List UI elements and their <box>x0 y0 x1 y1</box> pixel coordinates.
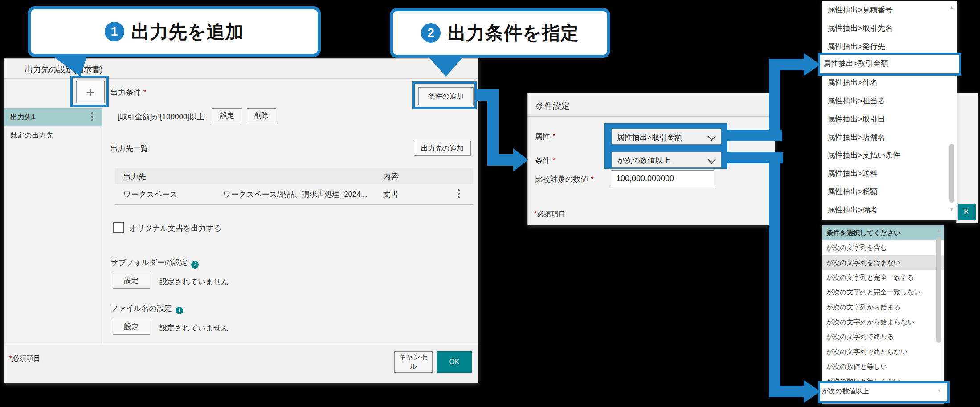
arrow-head-icon <box>513 148 528 171</box>
destination-name: ワークスペース <box>123 189 177 199</box>
sidebar-item-label: 既定の出力先 <box>10 131 53 140</box>
arrow-head-icon <box>804 380 821 403</box>
subfolder-settings-label: サブフォルダーの設定i <box>110 257 199 269</box>
step2-label: 出力条件を指定 <box>448 21 579 45</box>
add-destination-button[interactable]: 出力先の追加 <box>414 141 471 156</box>
condition-summary-text: [取引金額]が[100000]以上 <box>118 112 204 122</box>
attribute-dropdown-value: 属性抽出>取引金額 <box>617 132 682 142</box>
number-field-label: 比較対象の数値* <box>535 174 594 184</box>
arrow-condition-segment <box>769 386 804 397</box>
attribute-options-list: 属性抽出>見積番号属性抽出>取引先名属性抽出>発行先属性抽出>取引金額属性抽出>… <box>822 1 957 220</box>
compare-number-value: 100,000.000000 <box>616 174 674 183</box>
output-dialog-title: 出力先の設定(請求書) <box>25 64 102 75</box>
dropdown-item[interactable]: 属性抽出>税額 <box>822 183 957 201</box>
sidebar-item-default-destination[interactable]: 既定の出力先 <box>4 127 102 144</box>
arrow-attribute-segment <box>769 59 780 141</box>
destination-content: 文書 <box>383 189 398 199</box>
destination-table-row[interactable]: ワークスペース ワークスペース/納品、請求書処理_2024... 文書 <box>115 184 473 205</box>
scroll-down-icon: ▼ <box>937 388 942 393</box>
condition-field-label: 条件* <box>535 155 555 166</box>
condition-dropdown-value: が次の数値以上 <box>617 155 670 166</box>
destination-table-header: 出力先 内容 <box>115 168 473 184</box>
chevron-down-icon <box>707 155 715 163</box>
filename-settings-label: ファイル名の設定i <box>110 303 183 314</box>
dropdown-item[interactable]: 条件を選択してください <box>822 225 944 240</box>
dropdown-item[interactable]: が次の数値と等しい <box>822 359 944 374</box>
callout-step2: 2 出力条件を指定 <box>390 8 610 58</box>
column-content: 内容 <box>383 171 398 182</box>
dropdown-item[interactable]: 属性抽出>見積番号 <box>822 1 957 20</box>
required-note: *必須項目 <box>9 354 41 363</box>
subfolder-set-button[interactable]: 設定 <box>113 273 150 289</box>
ok-button[interactable]: OK <box>437 351 472 373</box>
dropdown-item[interactable]: 属性抽出>取引先名 <box>822 20 957 38</box>
scroll-up-icon[interactable]: ▲ <box>936 228 941 233</box>
dropdown-item[interactable]: 属性抽出>送料 <box>822 165 957 183</box>
sidebar-item-label: 出力先1 <box>10 113 36 122</box>
tutorial-canvas: 出力先の設定(請求書) + 出力先1 既定の出力先 出力条件* [取引金額]が[… <box>0 0 980 407</box>
condition-dropdown[interactable]: が次の数値以上 <box>612 152 721 168</box>
ok-button-partial[interactable]: K <box>958 204 976 220</box>
filename-status-text: 設定されていません <box>159 323 229 333</box>
dropdown-item[interactable]: が次の文字列を含む <box>822 240 944 255</box>
highlight-box-attribute-item: 属性抽出>取引金額 <box>818 53 961 76</box>
original-output-checkbox[interactable] <box>113 222 124 233</box>
highlight-box-condition-item: が次の数値以上 ▼ <box>818 381 950 403</box>
info-icon[interactable]: i <box>191 261 199 269</box>
highlight-box-plus-button <box>70 76 109 107</box>
dropdown-item[interactable]: 属性抽出>件名 <box>822 74 957 92</box>
dropdown-item[interactable]: が次の文字列と完全一致する <box>822 270 944 285</box>
subfolder-status-text: 設定されていません <box>159 277 229 287</box>
scrollbar-thumb[interactable] <box>936 237 941 343</box>
dropdown-item[interactable]: が次の文字列と完全一致しない <box>822 285 944 299</box>
compare-number-input[interactable]: 100,000.000000 <box>611 170 714 187</box>
required-note: *必須項目 <box>534 210 565 219</box>
condition-dialog-titlebar: 条件設定 <box>528 93 775 117</box>
dropdown-item[interactable]: が次の文字列で終わる <box>822 329 944 344</box>
dropdown-item[interactable]: 属性抽出>店舗名 <box>822 129 957 147</box>
destination-sidebar: + 出力先1 既定の出力先 <box>4 79 102 344</box>
scroll-down-icon[interactable]: ▼ <box>949 207 954 212</box>
step1-label: 出力先を追加 <box>131 20 244 44</box>
highlighted-condition-item[interactable]: が次の数値以上 <box>822 387 869 395</box>
highlighted-attribute-item[interactable]: 属性抽出>取引金額 <box>823 58 888 69</box>
background-dialog-sliver: K <box>956 93 978 223</box>
dropdown-item[interactable]: が次の文字列から始まる <box>822 300 944 314</box>
callout-step1: 1 出力先を追加 <box>28 6 321 57</box>
dropdown-item[interactable]: 属性抽出>支払い条件 <box>822 147 957 165</box>
sidebar-item-destination1[interactable]: 出力先1 <box>4 108 102 126</box>
dropdown-item[interactable]: が次の文字列で終わらない <box>822 344 944 359</box>
info-icon[interactable]: i <box>176 307 183 314</box>
column-destination: 出力先 <box>123 171 146 182</box>
output-condition-label: 出力条件* <box>110 87 146 98</box>
condition-options-list: 条件を選択してくださいが次の文字列を含むが次の文字列を含まないが次の文字列と完全… <box>822 225 944 404</box>
output-dialog-footer: *必須項目 キャンセル OK <box>4 344 478 383</box>
scrollbar-thumb[interactable] <box>949 144 954 203</box>
cancel-button[interactable]: キャンセル <box>394 351 433 373</box>
original-output-checkbox-label: オリジナル文書を出力する <box>129 223 221 233</box>
attribute-field-label: 属性* <box>535 131 555 142</box>
condition-delete-button[interactable]: 削除 <box>247 108 276 123</box>
step1-number-badge: 1 <box>105 22 124 41</box>
filename-set-button[interactable]: 設定 <box>113 319 150 335</box>
condition-set-button[interactable]: 設定 <box>212 108 242 123</box>
arrow-condition-segment <box>769 152 780 397</box>
condition-dialog-title: 条件設定 <box>536 100 570 112</box>
scroll-up-icon[interactable]: ▲ <box>949 4 954 10</box>
kebab-menu-icon[interactable] <box>458 189 460 191</box>
highlight-box-add-condition <box>412 81 477 109</box>
dropdown-item[interactable]: 属性抽出>備考 <box>822 201 957 220</box>
chevron-down-icon <box>707 132 715 140</box>
destination-list-label: 出力先一覧 <box>110 143 148 154</box>
dropdown-item[interactable]: が次の文字列から始まらない <box>822 314 944 329</box>
arrow-attribute-segment <box>769 59 804 70</box>
kebab-menu-icon[interactable] <box>91 112 93 114</box>
arrow-head-icon <box>804 53 821 76</box>
dropdown-item[interactable]: 属性抽出>担当者 <box>822 92 957 110</box>
attribute-dropdown[interactable]: 属性抽出>取引金額 <box>612 129 721 145</box>
arrow-add-condition-segment <box>487 154 514 166</box>
output-destination-dialog: 出力先の設定(請求書) + 出力先1 既定の出力先 出力条件* [取引金額]が[… <box>4 58 478 383</box>
dropdown-item[interactable]: が次の文字列を含まない <box>822 255 944 270</box>
step2-number-badge: 2 <box>421 23 441 43</box>
dropdown-item[interactable]: 属性抽出>取引日 <box>822 110 957 129</box>
